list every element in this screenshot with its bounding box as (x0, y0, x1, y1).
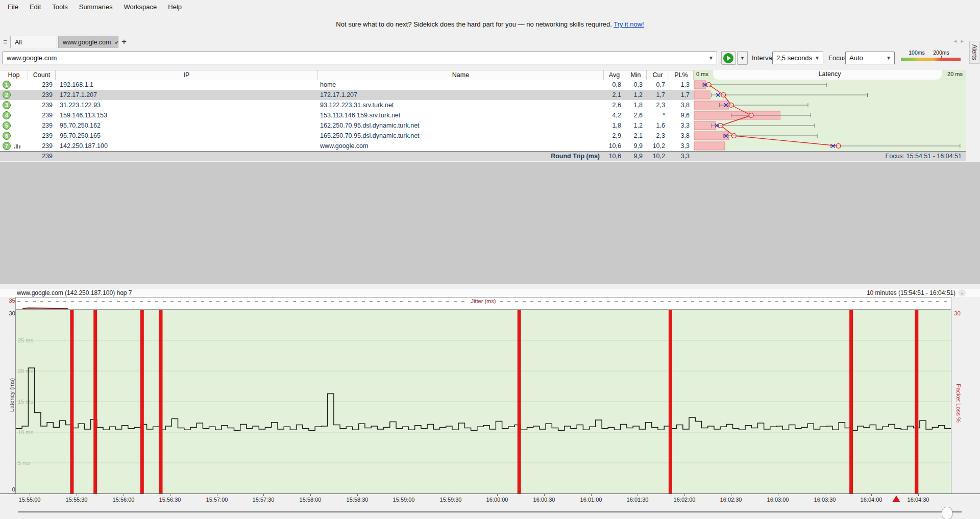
time-axis: 15:55:0015:55:3015:56:0015:56:3015:57:00… (0, 493, 980, 507)
hop-row-2[interactable]: 2239172.17.1.207172.17.1.2072,11,21,71,7 (0, 90, 694, 100)
time-tick-label: 15:57:00 (206, 497, 228, 503)
menu-item-help[interactable]: Help (162, 1, 187, 13)
mini-graph-icon[interactable] (14, 144, 21, 149)
latency-graph-cell (694, 131, 966, 141)
tab-www-google-com[interactable]: www.google.com✔ (58, 36, 118, 48)
menu-item-edit[interactable]: Edit (24, 1, 46, 13)
cell-name: home (318, 80, 604, 90)
timeline-scrollbar (0, 506, 980, 519)
cell-min: 1,2 (625, 120, 647, 131)
time-tick-label: 15:55:30 (66, 497, 88, 503)
table-header-hop[interactable]: Hop (0, 70, 28, 80)
tab-scroll-right-icon[interactable]: ▸ (961, 38, 964, 44)
time-tick-label: 16:04:00 (861, 497, 883, 503)
table-header-ip[interactable]: IP (56, 70, 318, 80)
scrollbar-thumb[interactable] (942, 507, 952, 519)
alerts-side-tab[interactable]: Alerts (969, 41, 979, 64)
target-input-value: www.google.com (7, 54, 57, 62)
interval-label: Interval (752, 54, 774, 62)
latency-graph-cell (694, 80, 966, 90)
table-header-name[interactable]: Name (318, 70, 604, 80)
table-header-cur[interactable]: Cur (647, 70, 669, 80)
sidekick-notice-text: Not sure what to do next? Sidekick does … (336, 20, 612, 28)
new-tab-button[interactable]: + (121, 37, 127, 47)
time-tick-mark (357, 494, 358, 496)
round-trip-count: 239 (28, 151, 56, 161)
time-tick-label: 15:55:00 (19, 497, 41, 503)
tab-scroll-left-icon[interactable]: ◂ (953, 38, 957, 44)
time-tick-label: 15:56:30 (159, 497, 181, 503)
focus-select[interactable]: Auto ▼ (845, 52, 895, 64)
legend-label-100: 100ms (909, 50, 925, 56)
time-tick-mark (918, 494, 919, 496)
hop-row-1[interactable]: 1239192.168.1.1home0,80,30,71,3 (0, 80, 694, 90)
cell-count: 239 (28, 120, 56, 131)
time-tick-label: 16:03:00 (767, 497, 789, 503)
svg-text:10 ms: 10 ms (18, 429, 33, 435)
cell-name: www.google.com (318, 141, 604, 151)
latency-graph-cell (694, 120, 966, 131)
cell-ip: 192.168.1.1 (56, 80, 318, 90)
table-header-count[interactable]: Count (28, 70, 56, 80)
timeline-plot[interactable]: 25 ms20 ms15 ms10 ms5 ms (15, 310, 951, 493)
cell-min: 0,3 (625, 80, 647, 90)
menu-item-workspace[interactable]: Workspace (118, 1, 162, 13)
time-tick-label: 16:02:00 (674, 497, 696, 503)
cell-pl: 3,8 (669, 100, 694, 110)
cell-count: 239 (28, 90, 56, 100)
table-header-avg[interactable]: Avg (604, 70, 625, 80)
cell-cur: 2,3 (647, 100, 669, 110)
cell-count: 239 (28, 141, 56, 151)
tab-list-icon[interactable]: ≡ (3, 38, 7, 46)
time-tick-label: 15:59:00 (393, 497, 415, 503)
cell-name: 165.250.70.95.dsl.dynamic.turk.net (318, 131, 604, 141)
menu-item-file[interactable]: File (2, 1, 24, 13)
menu-item-tools[interactable]: Tools (46, 1, 73, 13)
interval-select[interactable]: 2,5 seconds ▼ (772, 52, 823, 64)
latency-graph-cell (694, 141, 966, 151)
cell-min: 1,2 (625, 90, 647, 100)
cell-cur: * (647, 110, 669, 120)
cell-ip: 95.70.250.162 (56, 120, 318, 131)
tab-all-targets[interactable]: All Targets✖ (10, 36, 57, 48)
jitter-label: Jitter (ms) (16, 298, 951, 304)
latency-axis-label: Latency (ms) (9, 372, 15, 418)
target-input[interactable]: www.google.com ▼ (3, 52, 717, 64)
tab-www-google-com-label: www.google.com (63, 39, 111, 46)
cell-avg: 4,2 (604, 110, 625, 120)
cell-cur: 0,7 (647, 80, 669, 90)
cell-count: 239 (28, 100, 56, 110)
time-tick-mark (731, 494, 731, 496)
play-icon (723, 53, 733, 63)
latency-scale-legend (901, 58, 961, 61)
hop-row-4[interactable]: 4239159.146.113.153153.113.146.159.srv.t… (0, 110, 694, 120)
sidekick-notice: Not sure what to do next? Sidekick does … (0, 20, 980, 28)
latency-graph-cell (694, 100, 966, 110)
trace-options-dropdown[interactable]: ▼ (737, 51, 748, 65)
hop-row-6[interactable]: 623995.70.250.165165.250.70.95.dsl.dynam… (0, 131, 694, 141)
jitter-strip: Jitter (ms) (15, 297, 951, 310)
hop-row-3[interactable]: 323931.223.122.9393.122.223.31.srv.turk.… (0, 100, 694, 110)
hop-badge: 7 (3, 142, 11, 150)
start-trace-button[interactable] (721, 51, 736, 65)
latency-graph-cell (694, 110, 966, 120)
cell-name: 93.122.223.31.srv.turk.net (318, 100, 604, 110)
chevron-down-icon[interactable]: ▼ (708, 52, 714, 64)
hop-row-7[interactable]: 7239142.250.187.100www.google.com10,69,9… (0, 141, 694, 151)
timeline-range-selector[interactable]: 10 minutes (15:54:51 - 16:04:51) (867, 289, 955, 296)
cell-name: 153.113.146.159.srv.turk.net (318, 110, 604, 120)
panel-splitter[interactable] (0, 284, 980, 289)
jitter-scale-max: 35 (4, 298, 15, 304)
chevron-down-icon[interactable]: ⌄ (959, 289, 966, 296)
try-it-now-link[interactable]: Try it now! (614, 20, 644, 28)
table-header-min[interactable]: Min (625, 70, 647, 80)
time-tick-label: 16:04:30 (908, 497, 929, 503)
hop-badge: 1 (3, 81, 11, 89)
hop-row-5[interactable]: 523995.70.250.162162.250.70.95.dsl.dynam… (0, 120, 694, 131)
latency-column-header[interactable]: 0 ms 20 ms Latency (694, 70, 966, 80)
menu-item-summaries[interactable]: Summaries (74, 1, 118, 13)
cell-min: 2,6 (625, 110, 647, 120)
table-header-pl[interactable]: PL% (669, 70, 694, 80)
scrollbar-track[interactable] (18, 511, 962, 514)
empty-area (0, 162, 980, 284)
